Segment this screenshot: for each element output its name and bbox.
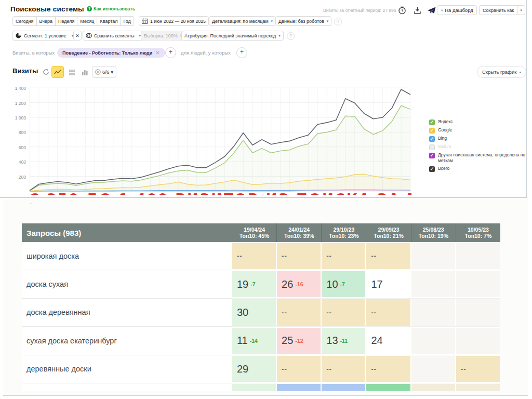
legend-checkbox-icon[interactable]: ✓ bbox=[429, 153, 435, 158]
refresh-icon[interactable] bbox=[39, 66, 52, 78]
position-cell[interactable]: 24 bbox=[366, 327, 410, 355]
keyword-cell[interactable]: сухая доска екатеринбург bbox=[22, 327, 232, 355]
legend-checkbox-icon[interactable]: ✓ bbox=[429, 119, 435, 125]
legend-checkbox-icon[interactable]: ✓ bbox=[429, 128, 435, 134]
add-user-filter-button[interactable]: + bbox=[236, 47, 247, 58]
save-as-button[interactable]: Сохранить как bbox=[479, 5, 517, 15]
column-header[interactable]: 24/01/24Топ10: 39% bbox=[276, 223, 321, 242]
position-cell[interactable] bbox=[276, 383, 321, 391]
period-tab-квартал[interactable]: Квартал bbox=[97, 16, 121, 26]
sampling-dropdown[interactable]: Выборка: 100%▾ bbox=[141, 31, 185, 41]
position-cell[interactable]: -- bbox=[232, 242, 276, 270]
how-to-use-link[interactable]: ?Как использовать bbox=[87, 6, 135, 11]
chart-type-bars-button[interactable] bbox=[78, 66, 91, 78]
position-cell[interactable]: -- bbox=[276, 355, 321, 383]
position-cell[interactable] bbox=[411, 299, 456, 327]
legend-item[interactable]: ✓ Другая поисковая система: определена п… bbox=[429, 152, 528, 164]
y-tick-label: 1 000 bbox=[8, 115, 26, 121]
position-cell[interactable]: -- bbox=[366, 355, 410, 383]
keyword-cell[interactable]: деревянные доски bbox=[22, 355, 232, 383]
period-tab-месяц[interactable]: Месяц bbox=[77, 16, 97, 26]
add-to-dashboard-button[interactable]: + На дашборд bbox=[437, 5, 477, 15]
period-tab-год[interactable]: Год bbox=[121, 16, 134, 26]
position-cell[interactable]: -- bbox=[276, 242, 321, 270]
segment-clear-button[interactable]: ✕ bbox=[73, 31, 82, 41]
detalization-dropdown[interactable]: Детализация: по месяцам▾ bbox=[209, 16, 276, 26]
position-cell[interactable] bbox=[321, 383, 366, 391]
table-row: доска деревянная30------ bbox=[22, 299, 500, 327]
position-cell[interactable]: 10-7 bbox=[321, 270, 366, 298]
keyword-cell[interactable]: доска деревянная bbox=[22, 299, 232, 327]
chip-remove-icon[interactable]: ✕ bbox=[155, 50, 159, 56]
compare-icon bbox=[86, 33, 92, 38]
chart-type-line-button[interactable] bbox=[51, 66, 64, 78]
keyword-cell[interactable] bbox=[22, 383, 232, 391]
period-tab-неделя[interactable]: Неделя bbox=[56, 16, 77, 26]
legend-item[interactable]: ✓ Google bbox=[429, 127, 528, 134]
data-help-icon[interactable]: ? bbox=[334, 18, 342, 25]
column-header[interactable]: 10/05/23Топ10: 7% bbox=[456, 223, 500, 242]
position-cell[interactable]: 26-16 bbox=[276, 270, 321, 298]
legend-checkbox-icon[interactable]: ✓ bbox=[429, 136, 435, 142]
position-cell[interactable]: 11-14 bbox=[232, 327, 276, 355]
position-cell[interactable] bbox=[456, 327, 500, 355]
compare-segments-dropdown[interactable]: Сравнить сегменты▾ bbox=[83, 31, 144, 41]
legend-item[interactable]: ✓ Яндекс bbox=[429, 119, 528, 125]
data-mode-dropdown[interactable]: Данные: без роботов▾ bbox=[275, 16, 331, 26]
history-clock-icon[interactable] bbox=[397, 5, 407, 16]
position-cell[interactable] bbox=[411, 383, 456, 391]
position-cell[interactable]: -- bbox=[321, 355, 366, 383]
position-cell[interactable] bbox=[456, 270, 500, 298]
segment-dropdown[interactable]: Сегмент: 1 условие▾ bbox=[12, 31, 76, 41]
keyword-cell[interactable]: широкая доска bbox=[22, 242, 232, 270]
legend-checkbox-icon[interactable] bbox=[429, 144, 435, 150]
position-cell[interactable]: 17 bbox=[366, 270, 410, 298]
date-range-button[interactable]: 1 июн 2022 — 28 ноя 2025 bbox=[139, 16, 209, 26]
legend-item[interactable]: ✓ Bing bbox=[429, 136, 528, 142]
legend-checkbox-icon[interactable]: ✓ bbox=[429, 166, 435, 172]
column-header[interactable]: 29/10/23Топ10: 23% bbox=[321, 223, 366, 242]
position-cell[interactable]: -- bbox=[456, 355, 500, 383]
period-tab-сегодня[interactable]: Сегодня bbox=[12, 16, 37, 26]
keyword-cell[interactable]: доска сухая bbox=[22, 270, 232, 298]
y-tick-label: 1 200 bbox=[8, 101, 26, 106]
column-header[interactable]: 25/08/23Топ10: 19% bbox=[411, 223, 456, 242]
position-cell[interactable]: -- bbox=[366, 299, 410, 327]
position-cell[interactable]: 30 bbox=[232, 299, 276, 327]
position-cell[interactable] bbox=[456, 383, 500, 391]
position-cell[interactable] bbox=[411, 270, 456, 298]
filter-users-label: для людей, у которых bbox=[181, 50, 231, 56]
position-cell[interactable]: 13-11 bbox=[321, 327, 366, 355]
position-cell[interactable]: -- bbox=[276, 299, 321, 327]
position-cell[interactable] bbox=[456, 299, 500, 327]
chart-view-dropdown[interactable]: 6/6▾ bbox=[92, 66, 116, 78]
telegram-share-icon[interactable] bbox=[427, 5, 437, 16]
chart-type-stacked-button[interactable] bbox=[65, 66, 78, 78]
position-cell[interactable]: 29 bbox=[232, 355, 276, 383]
position-cell[interactable]: 25-12 bbox=[276, 327, 321, 355]
position-cell[interactable] bbox=[411, 327, 456, 355]
legend-item[interactable]: Mail.ru bbox=[429, 144, 528, 150]
position-cell[interactable]: -- bbox=[321, 299, 366, 327]
position-cell[interactable]: -- bbox=[321, 242, 366, 270]
period-tab-вчера[interactable]: Вчера bbox=[37, 16, 56, 26]
position-cell[interactable] bbox=[232, 383, 276, 391]
position-cell[interactable] bbox=[366, 383, 410, 391]
column-header[interactable]: 19/04/24Топ10: 45% bbox=[232, 223, 276, 242]
position-cell[interactable] bbox=[411, 242, 456, 270]
table-row bbox=[22, 383, 500, 391]
legend-item[interactable]: ✓ Всего bbox=[429, 166, 528, 172]
export-download-icon[interactable] bbox=[412, 5, 422, 16]
segment-filter-chip[interactable]: Поведение - Роботность: Только люди✕ bbox=[57, 48, 165, 58]
add-visit-filter-button[interactable]: + bbox=[165, 47, 176, 58]
position-cell[interactable] bbox=[456, 242, 500, 270]
attribution-dropdown[interactable]: Атрибуция: Последний значимый переход▾ bbox=[181, 31, 284, 41]
position-cell[interactable]: 19-7 bbox=[232, 270, 276, 298]
metric-circle-icon bbox=[95, 69, 101, 75]
save-as-caret-button[interactable]: ▾ bbox=[517, 5, 525, 15]
column-header[interactable]: 29/09/23Топ10: 21% bbox=[366, 223, 410, 242]
position-cell[interactable]: -- bbox=[366, 242, 410, 270]
hide-chart-button[interactable]: Скрыть график▴ bbox=[477, 66, 526, 78]
position-cell[interactable] bbox=[411, 355, 456, 383]
attribution-help-icon[interactable]: ? bbox=[287, 32, 295, 40]
